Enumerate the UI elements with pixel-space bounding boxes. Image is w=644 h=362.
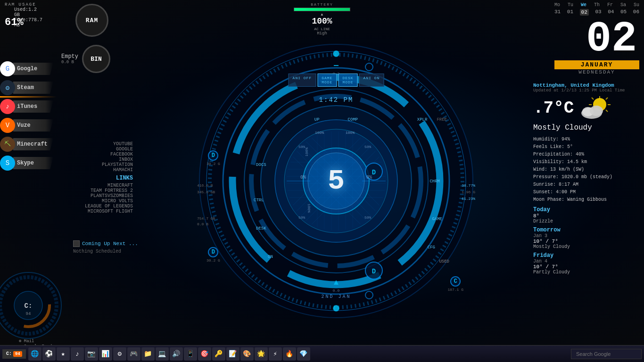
- taskbar-icon-folder[interactable]: 📁: [141, 347, 155, 361]
- svg-text:0%: 0%: [300, 175, 306, 180]
- weather-today: Today 8° Drizzle: [533, 206, 642, 224]
- taskbar-icon-settings[interactable]: ⚙: [113, 347, 126, 361]
- taskbar-icon-paint[interactable]: 🎨: [240, 347, 254, 361]
- link-inbox[interactable]: INBOX: [85, 157, 133, 162]
- taskbar-icon-fire[interactable]: 🔥: [283, 347, 296, 361]
- sidebar-item-minecraft[interactable]: ⛏ Minecraft: [0, 137, 61, 152]
- svg-text:100%: 100%: [305, 148, 309, 156]
- hud-desk-label: DESK: [256, 223, 266, 232]
- weather-visibility: Visibility: 14.5 km: [533, 158, 642, 166]
- hud-time: 1:42 PM: [319, 96, 354, 104]
- sidebar-item-vuze[interactable]: V Vuze: [0, 118, 61, 133]
- calendar-dates: 31 01 02 03 04 05 06: [554, 9, 639, 16]
- weather-pressure: Pressure: 1020.0 mb (steady): [533, 173, 642, 181]
- sidebar-item-itunes[interactable]: ♪ iTunes: [0, 99, 61, 114]
- ani-off-btn[interactable]: ANI OFF: [289, 74, 316, 87]
- battery-bar: [294, 8, 350, 11]
- taskbar-icon-bolt[interactable]: ⚡: [269, 347, 282, 361]
- svg-text:100%: 100%: [307, 204, 311, 213]
- hud-nav-labels: UP COMP: [314, 117, 358, 122]
- link-pvz[interactable]: PLANTSVSZOMBIES: [85, 193, 133, 198]
- hud-mode-buttons: ANI OFF GAMEMODE DESKMODE ANI ON: [289, 74, 384, 87]
- calendar-day-name: WEDNESDAY: [554, 69, 639, 75]
- taskbar-icon-target[interactable]: 🎯: [198, 347, 211, 361]
- coming-up-text: Nothing Scheduled: [73, 249, 158, 254]
- friday-label: Friday: [533, 252, 642, 259]
- sidebar-label-vuze: Vuze: [13, 119, 53, 132]
- minecraft-icon: ⛏: [0, 137, 15, 152]
- link-tf2[interactable]: TEAM FORTRESS 2: [85, 188, 133, 193]
- taskbar-icon-phone[interactable]: 📱: [184, 347, 197, 361]
- sidebar-label-skype: Skype: [13, 157, 53, 169]
- weather-icon: [578, 95, 611, 121]
- weather-precipitation: Precipitation: 40%: [533, 151, 642, 158]
- desk-mode-btn[interactable]: DESKMODE: [338, 74, 357, 87]
- taskbar-icon-ball[interactable]: ⚽: [42, 347, 56, 361]
- taskbar-icon-music[interactable]: ♪: [71, 347, 84, 361]
- link-hamachi[interactable]: HAMACHI: [85, 167, 133, 173]
- coming-up-widget: Coming Up Next ... Nothing Scheduled: [73, 240, 158, 254]
- svg-line-2: [606, 98, 608, 99]
- taskbar-icon-star2[interactable]: 🌟: [255, 347, 268, 361]
- taskbar-icon-pc[interactable]: 💻: [156, 347, 169, 361]
- ani-on-btn[interactable]: ANI ON: [359, 74, 384, 87]
- sidebar-item-steam[interactable]: ⚙ Steam: [0, 80, 61, 95]
- svg-text:94: 94: [26, 312, 31, 316]
- taskbar-icon-volume[interactable]: 🔊: [170, 347, 183, 361]
- taskbar-icon-game[interactable]: 🎮: [127, 347, 140, 361]
- ram-title: RAM USAGE: [5, 2, 36, 7]
- link-google[interactable]: GOOGLE: [85, 147, 133, 152]
- sidebar-label-itunes: iTunes: [13, 100, 53, 113]
- hud-right-labels: XPLR FREE: [417, 117, 447, 122]
- tomorrow-label: Tomorrow: [533, 227, 642, 233]
- svg-point-9: [590, 106, 603, 116]
- sidebar-label-minecraft: Minecraft: [13, 138, 53, 150]
- taskbar-search[interactable]: [571, 349, 642, 359]
- bin-label: Empty: [61, 53, 78, 60]
- nav-xplr: XPLR: [417, 117, 428, 122]
- link-msfs[interactable]: MICROSOFT FLIGHT: [85, 209, 133, 214]
- weather-location: Nottingham, United Kingdom: [533, 82, 642, 88]
- taskbar-start-button[interactable]: C: 94: [2, 349, 26, 359]
- ram-circle: RAM: [75, 4, 108, 37]
- ram-percent: 61%: [5, 16, 24, 28]
- battery-title: BATTERY: [294, 2, 350, 7]
- svg-text:50%: 50%: [364, 145, 372, 149]
- bin-widget[interactable]: Empty 0.0 B BIN: [61, 45, 110, 73]
- svg-point-46: [333, 305, 339, 311]
- link-lol[interactable]: LEAGUE OF LEGENDS: [85, 204, 133, 209]
- link-facebook[interactable]: FACEBOOK: [85, 152, 133, 157]
- circle-link-mail[interactable]: ⊕ Mail: [19, 338, 57, 344]
- svg-text:C:: C:: [25, 302, 33, 310]
- taskbar-icon-star[interactable]: ★: [57, 347, 70, 361]
- weather-feels-like: Feels Like: 5°: [533, 143, 642, 151]
- bin-size: 0.0 B: [61, 60, 78, 65]
- weather-description: Mostly Cloudy: [533, 123, 642, 132]
- coming-up-title-text: Coming Up Next ...: [82, 241, 138, 247]
- taskbar-icon-browser[interactable]: 🌐: [28, 347, 41, 361]
- today-temp: 8°: [533, 213, 642, 219]
- link-playstation[interactable]: PLAYSTATION: [85, 162, 133, 167]
- taskbar-icon-chart[interactable]: 📊: [99, 347, 112, 361]
- link-minecraft[interactable]: MINECRAFT: [85, 183, 133, 188]
- sidebar-item-google[interactable]: G Google: [0, 61, 61, 76]
- hud-container: D D 0% 0% 50% 50% 50% 50% 100% 100% 100%…: [195, 40, 478, 322]
- game-mode-btn[interactable]: GAMEMODE: [317, 74, 337, 87]
- hud-game-label: GAME: [432, 214, 442, 222]
- taskbar-icon-diamond[interactable]: 💎: [297, 347, 310, 361]
- coming-up-icon: [73, 240, 80, 247]
- taskbar-icon-note[interactable]: 📝: [226, 347, 239, 361]
- link-youtube[interactable]: YOUTUBE: [85, 141, 133, 147]
- svg-point-45: [333, 51, 339, 57]
- taskbar-icon-key[interactable]: 🔑: [212, 347, 225, 361]
- taskbar-icon-camera[interactable]: 📷: [85, 347, 98, 361]
- bin-circle[interactable]: BIN: [82, 45, 110, 73]
- weather-tomorrow: Tomorrow Jan 3 10° / 7° Mostly Cloudy: [533, 227, 642, 249]
- itunes-icon: ♪: [0, 99, 15, 114]
- link-microvolts[interactable]: MICRO VOLTS: [85, 198, 133, 204]
- vuze-icon: V: [0, 118, 15, 133]
- desk-stat: 754.7 GB 0.0 B: [197, 216, 215, 226]
- svg-text:50%: 50%: [298, 215, 305, 220]
- sidebar-item-skype[interactable]: S Skype: [0, 156, 61, 171]
- svg-text:2ND   JAN: 2ND JAN: [321, 294, 351, 299]
